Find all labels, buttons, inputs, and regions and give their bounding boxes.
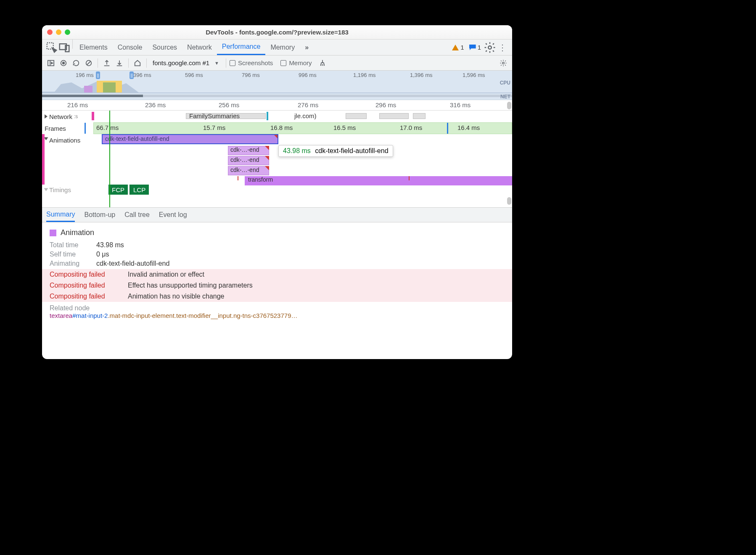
hover-tooltip: 43.98 ms cdk-text-field-autofill-end — [278, 145, 393, 157]
tab-elements[interactable]: Elements — [74, 40, 113, 55]
perf-settings-gear-icon[interactable] — [498, 58, 509, 69]
scroll-indicator[interactable] — [507, 102, 511, 109]
animation-bar[interactable]: cdk-text-field-autofill-end — [102, 134, 278, 144]
separator — [146, 58, 147, 68]
tab-console[interactable]: Console — [113, 40, 148, 55]
overview-tick: 196 ms — [76, 72, 94, 78]
chevron-down-icon[interactable]: ▼ — [214, 61, 219, 66]
error-row: Compositing failedAnimation has no visib… — [42, 291, 512, 302]
animation-bar[interactable]: cdk-…-end — [228, 146, 269, 155]
messages-badge[interactable]: 1 — [469, 40, 481, 55]
timing-marker-lcp[interactable]: LCP — [130, 185, 149, 195]
label: Total time — [50, 241, 90, 249]
toggle-drawer-icon[interactable] — [45, 58, 56, 69]
titlebar: DevTools - fonts.google.com/?preview.siz… — [42, 25, 512, 40]
category-swatch-icon — [50, 230, 56, 236]
tab-summary[interactable]: Summary — [46, 208, 75, 222]
zoom-window-icon[interactable] — [65, 29, 70, 35]
reload-record-icon[interactable] — [71, 58, 82, 69]
warning-icon — [452, 45, 459, 50]
frame-cell: 15.7 ms — [203, 124, 225, 131]
tab-call-tree[interactable]: Call tree — [124, 208, 150, 222]
tab-event-log[interactable]: Event log — [159, 208, 187, 222]
frame-cell: 16.5 ms — [333, 124, 356, 131]
overview-tick: 1,396 ms — [410, 72, 432, 78]
overview-cpu-label: CPU — [500, 80, 510, 86]
tab-network[interactable]: Network — [182, 40, 217, 55]
minimize-window-icon[interactable] — [56, 29, 61, 35]
overview-tick: 596 ms — [185, 72, 203, 78]
warnings-badge[interactable]: 1 — [452, 40, 464, 55]
frame-boundary — [85, 123, 86, 134]
network-finish-marker — [267, 112, 268, 120]
range-handle-right[interactable]: || — [130, 71, 134, 79]
playhead-line[interactable] — [109, 111, 110, 207]
svg-point-8 — [502, 62, 505, 64]
screenshots-checkbox[interactable]: Screenshots — [230, 59, 273, 66]
home-icon[interactable] — [132, 58, 143, 69]
flamechart[interactable]: Network:s FamilySummaries jle.com) Frame… — [42, 111, 512, 207]
network-request-bar[interactable] — [379, 113, 409, 119]
ruler-tick: 316 ms — [450, 101, 471, 108]
overview-tick: 1,596 ms — [463, 72, 485, 78]
timings-track[interactable]: Timings FCP LCP — [42, 185, 512, 195]
value: 43.98 ms — [96, 241, 124, 249]
value: cdk-text-field-autofill-end — [96, 260, 169, 267]
gc-broom-icon[interactable] — [317, 58, 328, 69]
recording-selector[interactable]: fonts.google.com #1 — [153, 59, 209, 66]
upload-profile-icon[interactable] — [101, 58, 112, 69]
tooltip-duration: 43.98 ms — [283, 147, 311, 154]
tab-bottom-up[interactable]: Bottom-up — [84, 208, 115, 222]
frame-cell: 16.8 ms — [270, 124, 293, 131]
network-request-bar[interactable] — [413, 113, 426, 119]
ruler-tick: 256 ms — [219, 101, 239, 108]
ruler-tick: 276 ms — [298, 101, 318, 108]
network-track[interactable]: Network:s FamilySummaries jle.com) — [42, 111, 512, 122]
device-toolbar-icon[interactable] — [58, 40, 71, 55]
inspect-element-icon[interactable] — [45, 40, 58, 55]
disclosure-icon[interactable] — [44, 188, 48, 191]
animation-bar-transform[interactable]: transform — [245, 176, 512, 185]
performance-toolbar: fonts.google.com #1 ▼ Screenshots Memory — [42, 56, 512, 71]
frames-track[interactable]: Frames 66.7 ms 15.7 ms 16.8 ms 16.5 ms 1… — [42, 122, 512, 134]
net-overview-bar — [42, 95, 512, 97]
range-handle-left[interactable]: || — [96, 71, 100, 79]
summary-title: Animation — [61, 228, 94, 237]
overview-net-label: NET — [500, 94, 510, 100]
timing-marker-fcp[interactable]: FCP — [108, 185, 128, 195]
close-window-icon[interactable] — [47, 29, 53, 35]
ruler-tick: 296 ms — [375, 101, 396, 108]
clear-icon[interactable] — [83, 58, 94, 69]
network-request-label: FamilySummaries — [189, 112, 240, 119]
svg-point-6 — [62, 61, 65, 64]
overview-tick: 996 ms — [299, 72, 317, 78]
related-node-link[interactable]: textarea#mat-input-2.mat-mdc-input-eleme… — [50, 312, 505, 320]
frame-cell: 16.4 ms — [457, 124, 480, 131]
frame-cell: 66.7 ms — [96, 124, 119, 131]
marker-icon — [92, 112, 94, 120]
disclosure-icon[interactable] — [45, 114, 48, 119]
more-menu-icon[interactable]: ⋮ — [496, 40, 509, 55]
separator — [226, 58, 226, 68]
tab-memory[interactable]: Memory — [265, 40, 300, 55]
frame-boundary — [447, 123, 448, 134]
overview-strip[interactable]: 196 ms 396 ms 596 ms 796 ms 996 ms 1,196… — [42, 71, 512, 100]
settings-gear-icon[interactable] — [484, 40, 496, 55]
tab-sources[interactable]: Sources — [147, 40, 182, 55]
network-request-bar[interactable] — [346, 113, 367, 119]
download-profile-icon[interactable] — [114, 58, 125, 69]
memory-checkbox[interactable]: Memory — [280, 59, 312, 66]
animation-bar[interactable]: cdk-…-end — [228, 166, 269, 175]
timeline-ruler[interactable]: 216 ms 236 ms 256 ms 276 ms 296 ms 316 m… — [42, 100, 512, 111]
animation-bar[interactable]: cdk-…-end — [228, 156, 269, 165]
record-button-icon[interactable] — [58, 58, 69, 69]
tab-performance[interactable]: Performance — [217, 40, 266, 55]
svg-point-3 — [488, 46, 492, 49]
overview-tick: 396 ms — [133, 72, 151, 78]
scroll-indicator[interactable] — [507, 197, 511, 205]
tabs-overflow[interactable]: » — [300, 40, 314, 55]
animations-track[interactable]: Animations cdk-text-field-autofill-end c… — [42, 134, 512, 185]
svg-rect-11 — [84, 86, 93, 92]
disclosure-icon[interactable] — [44, 137, 48, 140]
svg-rect-10 — [103, 82, 116, 92]
